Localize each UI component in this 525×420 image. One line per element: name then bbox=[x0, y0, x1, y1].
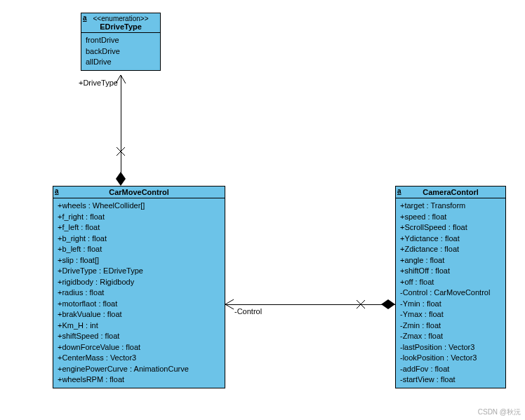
attr-row: +DriveType : EDriveType bbox=[58, 266, 220, 277]
attr-row: +rigidbody : Rigidbody bbox=[58, 277, 220, 288]
control-label: -Control bbox=[234, 307, 262, 316]
attr-row: +Ydictance : float bbox=[400, 233, 501, 245]
attr-row: +b_left : float bbox=[58, 244, 220, 255]
enum-value: backDrive bbox=[86, 46, 156, 57]
attr-row: +ScrollSpeed : float bbox=[400, 222, 501, 233]
attr-row: +f_right : float bbox=[58, 212, 220, 223]
enum-body: frontDrive backDrive allDrive bbox=[81, 33, 160, 70]
composition-diamond-icon bbox=[116, 172, 126, 186]
svg-marker-0 bbox=[116, 172, 126, 186]
attr-row: -addFov : float bbox=[400, 364, 501, 375]
enum-class: a <<enumeration>> EDriveType frontDrive … bbox=[81, 13, 161, 71]
attr-row: +speed : float bbox=[400, 212, 501, 223]
carmove-name: CarMoveControl bbox=[56, 188, 222, 196]
multiplicity-x-icon bbox=[117, 147, 125, 156]
enum-value: allDrive bbox=[86, 57, 156, 68]
connector-line bbox=[225, 304, 395, 305]
attr-row: +slip : float[] bbox=[58, 255, 220, 266]
a-icon: a bbox=[55, 187, 59, 195]
connector-line bbox=[121, 75, 121, 176]
attr-row: -Zmin : float bbox=[400, 320, 501, 332]
multiplicity-x-icon bbox=[357, 300, 365, 309]
attr-row: +Km_H : int bbox=[58, 320, 220, 332]
arrow-icon bbox=[225, 299, 234, 309]
attr-row: +motorflaot : float bbox=[58, 299, 220, 310]
attr-row: +wheelsRPM : float bbox=[58, 374, 220, 386]
attr-row: -lastPosition : Vector3 bbox=[400, 342, 501, 353]
attr-row: -Zmax : float bbox=[400, 331, 501, 342]
attr-row: -startView : float bbox=[400, 374, 501, 386]
attr-row: +off : float bbox=[400, 277, 501, 288]
enum-header: a <<enumeration>> EDriveType bbox=[81, 13, 160, 33]
attr-row: +Zdictance : float bbox=[400, 244, 501, 255]
attr-row: +wheels : WheelCollider[] bbox=[58, 201, 220, 212]
enum-stereotype: <<enumeration>> bbox=[84, 15, 157, 22]
attr-row: +radius : float bbox=[58, 287, 220, 299]
attr-row: +CenterMass : Vector3 bbox=[58, 353, 220, 364]
attr-row: +downForceValue : float bbox=[58, 342, 220, 353]
attr-row: +f_left : float bbox=[58, 222, 220, 233]
attr-row: +angle : float bbox=[400, 255, 501, 266]
a-icon: a bbox=[397, 187, 401, 195]
enum-name: EDriveType bbox=[84, 22, 157, 31]
attr-row: -Control : CarMoveControl bbox=[400, 287, 501, 299]
attr-row: +shiftOff : float bbox=[400, 266, 501, 277]
composition-diamond-icon bbox=[381, 299, 395, 309]
camera-body: +target : Transform+speed : float+Scroll… bbox=[396, 198, 505, 388]
attr-row: +brakVualue : float bbox=[58, 309, 220, 320]
attr-row: -Ymin : float bbox=[400, 299, 501, 310]
enum-value: frontDrive bbox=[86, 35, 156, 46]
svg-marker-1 bbox=[381, 299, 395, 309]
camera-name: CameraContorl bbox=[399, 188, 503, 196]
carmove-header: a CarMoveControl bbox=[53, 187, 225, 198]
carmove-body: +wheels : WheelCollider[]+f_right : floa… bbox=[53, 198, 225, 388]
carmove-class: a CarMoveControl +wheels : WheelCollider… bbox=[53, 186, 225, 388]
attr-row: -lookPosition : Vector3 bbox=[400, 353, 501, 364]
a-icon: a bbox=[83, 14, 87, 22]
attr-row: +b_right : float bbox=[58, 233, 220, 245]
attr-row: +enginePowerCurve : AnimationCurve bbox=[58, 364, 220, 375]
drivetype-label: +DriveType bbox=[79, 79, 118, 87]
camera-class: a CameraContorl +target : Transform+spee… bbox=[395, 186, 506, 388]
watermark: CSDN @秋沅 bbox=[478, 407, 521, 417]
attr-row: -Ymax : float bbox=[400, 309, 501, 320]
camera-header: a CameraContorl bbox=[396, 187, 505, 198]
attr-row: +shiftSpeed : float bbox=[58, 331, 220, 342]
attr-row: +target : Transform bbox=[400, 201, 501, 212]
